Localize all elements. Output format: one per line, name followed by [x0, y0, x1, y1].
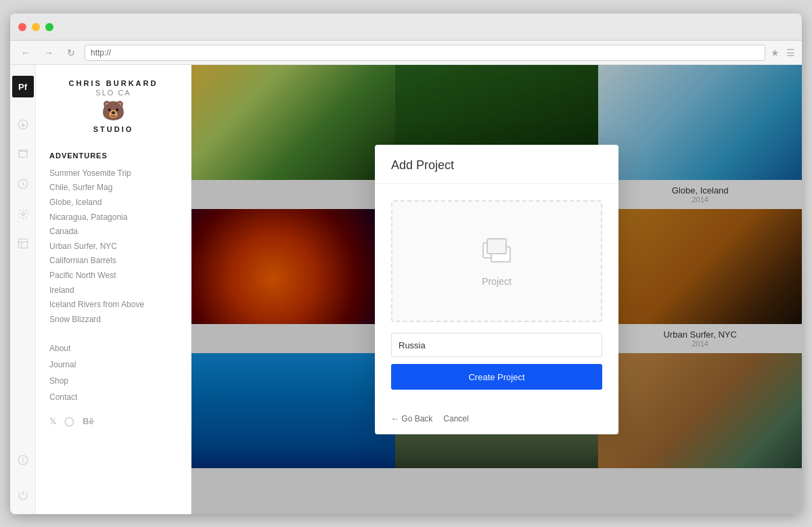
footer-links: AboutJournalShopContact: [49, 340, 177, 405]
close-button[interactable]: [18, 23, 26, 31]
studio-logo: CHRIS BURKARD SLO CA 🐻 STUDIO: [49, 78, 177, 135]
sidebar-footer-link[interactable]: Shop: [49, 373, 177, 389]
svg-point-5: [21, 212, 24, 216]
modal-box: Add Project Project: [375, 145, 618, 434]
adventures-section-title: ADVENTURES: [49, 152, 177, 160]
modal-header: Add Project: [375, 145, 618, 184]
settings-icon[interactable]: [15, 206, 31, 222]
sidebar-nav-item[interactable]: Summer Yosemite Trip: [49, 166, 177, 181]
maximize-button[interactable]: [45, 23, 53, 31]
refresh-button[interactable]: ↻: [63, 45, 79, 61]
sidebar-nav-item[interactable]: Nicaragua, Patagonia: [49, 210, 177, 225]
info-icon[interactable]: [15, 452, 31, 468]
browser-content: Pf: [10, 65, 802, 514]
browser-frame: ← → ↻ ★ ☰ Pf: [10, 14, 802, 514]
browser-toolbar: ← → ↻ ★ ☰: [10, 41, 802, 65]
sidebar-footer-link[interactable]: Journal: [49, 357, 177, 373]
go-back-link[interactable]: ← Go Back: [391, 414, 432, 423]
sidebar-nav-item[interactable]: Ireland: [49, 283, 177, 298]
modal-title: Add Project: [391, 158, 602, 173]
svg-rect-3: [19, 150, 27, 152]
back-button[interactable]: ←: [17, 45, 35, 61]
browser-titlebar: [10, 14, 802, 41]
logo-line3: STUDIO: [49, 124, 177, 135]
sidebar-nav-item[interactable]: Californian Barrels: [49, 254, 177, 269]
download-icon[interactable]: [15, 116, 31, 133]
forward-button[interactable]: →: [40, 45, 58, 61]
panels-icon[interactable]: [15, 235, 31, 252]
sidebar-nav-item[interactable]: Pacific North West: [49, 269, 177, 283]
sidebar-nav-item[interactable]: Urban Surfer, NYC: [49, 239, 177, 254]
modal-overlay: Add Project Project: [191, 65, 802, 514]
cancel-link[interactable]: Cancel: [443, 414, 468, 423]
svg-rect-6: [18, 239, 28, 248]
sidebar-nav-item[interactable]: Chile, Surfer Mag: [49, 181, 177, 196]
pf-logo: Pf: [12, 76, 34, 97]
sidebar-nav-item[interactable]: Iceland Rivers from Above: [49, 298, 177, 313]
twitter-icon[interactable]: 𝕏: [49, 416, 56, 426]
instagram-icon[interactable]: ◯: [64, 416, 74, 426]
sidebar-footer-link[interactable]: About: [49, 340, 177, 357]
svg-point-11: [22, 458, 23, 459]
main-area: Globe, Iceland2014Urban Surfer, NYC2014 …: [191, 65, 802, 514]
sidebar-nav-item[interactable]: Snow Blizzard: [49, 313, 177, 327]
minimize-button[interactable]: [32, 23, 40, 31]
modal-body: Project Create Project: [375, 184, 618, 406]
logo-line2: SLO CA: [49, 89, 177, 97]
upload-label: Project: [482, 276, 512, 287]
svg-rect-2: [19, 152, 27, 158]
url-bar[interactable]: [85, 45, 765, 61]
sidebar: CHRIS BURKARD SLO CA 🐻 STUDIO ADVENTURES…: [36, 65, 191, 514]
nav-list: Summer Yosemite TripChile, Surfer MagGlo…: [49, 166, 177, 327]
sidebar-nav-item[interactable]: Globe, Iceland: [49, 196, 177, 210]
power-icon[interactable]: [15, 487, 31, 503]
logo-line1: CHRIS BURKARD: [49, 78, 177, 89]
sidebar-footer-link[interactable]: Contact: [49, 389, 177, 405]
social-icons: 𝕏 ◯ Bĕ: [49, 416, 177, 426]
modal-footer: ← Go Back Cancel: [375, 406, 618, 434]
behance-icon[interactable]: Bĕ: [83, 416, 94, 426]
menu-icon[interactable]: ☰: [786, 47, 795, 58]
bookmark-icon[interactable]: ★: [771, 47, 780, 58]
project-name-input[interactable]: [391, 333, 602, 357]
create-project-button[interactable]: Create Project: [391, 364, 602, 390]
project-upload-area[interactable]: Project: [391, 200, 602, 322]
svg-rect-14: [487, 239, 506, 254]
history-icon[interactable]: [15, 176, 31, 192]
sidebar-nav-item[interactable]: Canada: [49, 225, 177, 239]
icon-rail: Pf: [10, 65, 36, 514]
upload-icon: [480, 235, 514, 269]
layers-icon[interactable]: [15, 146, 31, 162]
bear-icon: 🐻: [49, 99, 177, 122]
